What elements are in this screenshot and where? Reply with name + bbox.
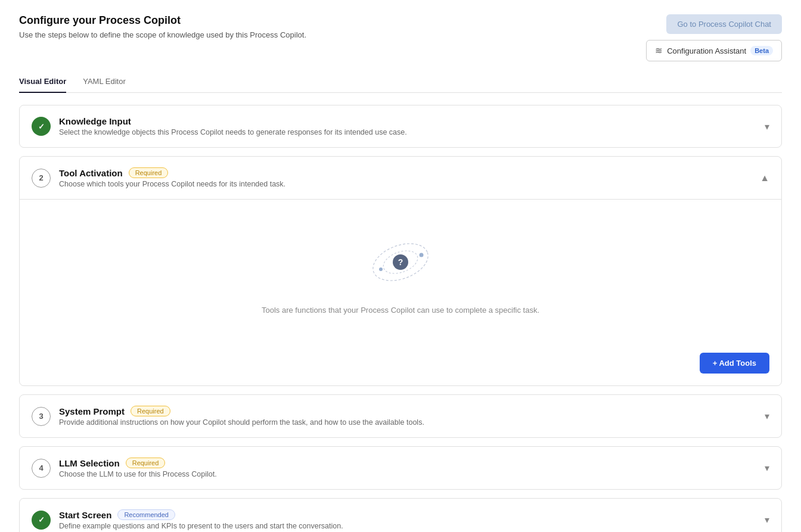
system-prompt-step-icon: 3 xyxy=(32,407,51,426)
section-llm-selection: 4 LLM Selection Required Choose the LLM … xyxy=(19,446,782,490)
section-llm-selection-header[interactable]: 4 LLM Selection Required Choose the LLM … xyxy=(20,447,781,489)
system-prompt-required-badge: Required xyxy=(131,406,170,416)
knowledge-input-chevron: ▾ xyxy=(765,121,769,132)
tool-empty-state-text: Tools are functions that your Process Co… xyxy=(262,306,539,315)
llm-selection-title-group: LLM Selection Required Choose the LLM to… xyxy=(59,458,756,478)
page-header: Configure your Process Copilot Use the s… xyxy=(19,14,782,61)
tool-activation-title-group: Tool Activation Required Choose which to… xyxy=(59,167,752,188)
section-tool-activation: 2 Tool Activation Required Choose which … xyxy=(19,156,782,386)
start-screen-title: Start Screen Recommended xyxy=(59,509,756,520)
tool-activation-desc: Choose which tools your Process Copilot … xyxy=(59,180,752,188)
section-tool-activation-header[interactable]: 2 Tool Activation Required Choose which … xyxy=(20,157,781,200)
header-text: Configure your Process Copilot Use the s… xyxy=(19,14,306,39)
llm-selection-step-icon: 4 xyxy=(32,459,51,478)
goto-chat-button[interactable]: Go to Process Copilot Chat xyxy=(666,14,782,34)
add-tools-button[interactable]: + Add Tools xyxy=(700,353,769,374)
system-prompt-title: System Prompt Required xyxy=(59,406,756,416)
tabs: Visual Editor YAML Editor xyxy=(19,71,782,93)
page-title: Configure your Process Copilot xyxy=(19,14,306,27)
section-system-prompt: 3 System Prompt Required Provide additio… xyxy=(19,394,782,438)
llm-selection-desc: Choose the LLM to use for this Process C… xyxy=(59,470,756,478)
svg-point-5 xyxy=(379,267,383,271)
section-start-screen: ✓ Start Screen Recommended Define exampl… xyxy=(19,498,782,532)
knowledge-input-title-group: Knowledge Input Select the knowledge obj… xyxy=(59,116,756,136)
svg-text:?: ? xyxy=(398,257,403,267)
llm-selection-chevron: ▾ xyxy=(765,462,769,474)
start-screen-title-group: Start Screen Recommended Define example … xyxy=(59,509,756,530)
section-knowledge-input: ✓ Knowledge Input Select the knowledge o… xyxy=(19,105,782,148)
knowledge-input-title: Knowledge Input xyxy=(59,116,756,126)
section-knowledge-input-header[interactable]: ✓ Knowledge Input Select the knowledge o… xyxy=(20,105,781,147)
tab-visual-editor[interactable]: Visual Editor xyxy=(19,71,66,93)
tool-footer: + Add Tools xyxy=(32,347,769,374)
config-assistant-button[interactable]: ≋ Configuration Assistant Beta xyxy=(646,40,782,61)
tool-activation-required-badge: Required xyxy=(129,167,169,178)
tool-activation-title: Tool Activation Required xyxy=(59,167,752,178)
start-screen-recommended-badge: Recommended xyxy=(117,509,175,520)
llm-selection-required-badge: Required xyxy=(126,458,166,468)
tab-yaml-editor[interactable]: YAML Editor xyxy=(83,71,126,93)
tool-empty-state: ? Tools are functions that your Process … xyxy=(32,217,769,347)
config-assistant-label: Configuration Assistant xyxy=(667,46,746,55)
llm-selection-title: LLM Selection Required xyxy=(59,458,756,468)
tool-orbit-illustration: ? xyxy=(368,229,433,295)
header-actions: Go to Process Copilot Chat ≋ Configurati… xyxy=(646,14,782,61)
start-screen-step-icon: ✓ xyxy=(32,511,51,530)
section-system-prompt-header[interactable]: 3 System Prompt Required Provide additio… xyxy=(20,395,781,437)
start-screen-chevron: ▾ xyxy=(765,514,769,525)
page-subtitle: Use the steps below to define the scope … xyxy=(19,30,306,39)
tool-activation-chevron: ▲ xyxy=(760,173,769,183)
system-prompt-desc: Provide additional instructions on how y… xyxy=(59,418,756,427)
system-prompt-chevron: ▾ xyxy=(765,410,769,422)
tool-activation-body: ? Tools are functions that your Process … xyxy=(20,200,781,385)
start-screen-desc: Define example questions and KPIs to pre… xyxy=(59,522,756,530)
waves-icon: ≋ xyxy=(655,45,663,56)
svg-point-4 xyxy=(420,253,424,257)
beta-badge: Beta xyxy=(750,46,773,55)
section-start-screen-header[interactable]: ✓ Start Screen Recommended Define exampl… xyxy=(20,499,781,532)
tool-activation-step-icon: 2 xyxy=(32,169,51,188)
knowledge-input-desc: Select the knowledge objects this Proces… xyxy=(59,128,756,136)
knowledge-input-step-icon: ✓ xyxy=(32,117,51,136)
system-prompt-title-group: System Prompt Required Provide additiona… xyxy=(59,406,756,427)
